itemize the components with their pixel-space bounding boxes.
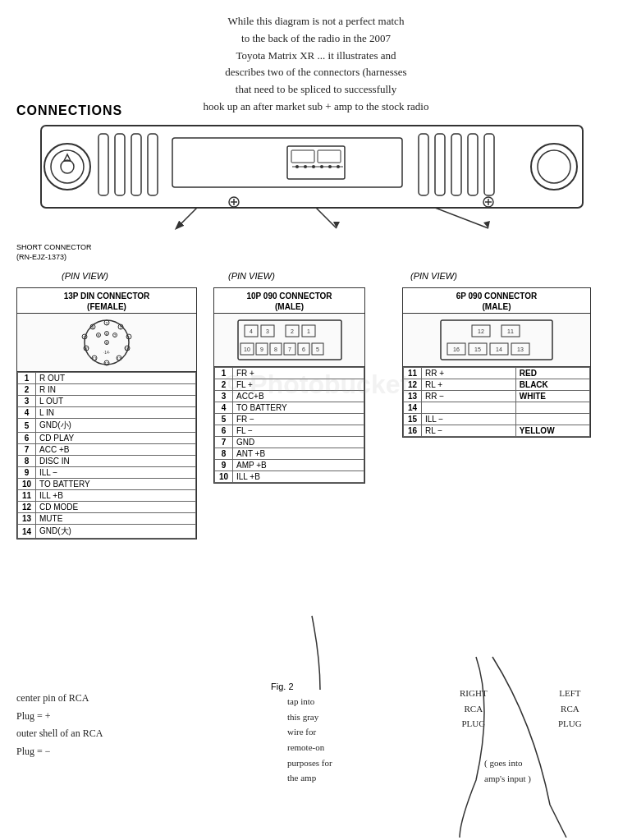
svg-text:7: 7 bbox=[288, 347, 291, 352]
svg-text:12: 12 bbox=[104, 361, 109, 366]
table-row: 8ANT +B bbox=[215, 448, 364, 460]
fig2-label: Fig. 2 bbox=[271, 682, 294, 691]
svg-rect-7 bbox=[131, 134, 141, 195]
amp-input-note: ( goes into amp's input ) bbox=[484, 755, 531, 786]
table-row: 15ILL − bbox=[404, 414, 590, 425]
svg-rect-90 bbox=[441, 320, 552, 360]
svg-rect-8 bbox=[148, 134, 158, 195]
connector-1: 13P DIN CONNECTOR (FEMALE) 3 2 1 1 bbox=[16, 287, 197, 539]
svg-line-36 bbox=[435, 208, 488, 228]
svg-text:3: 3 bbox=[266, 328, 269, 334]
connector-3: 6P 090 CONNECTOR (MALE) 12 11 16 15 bbox=[402, 287, 591, 438]
svg-text:4: 4 bbox=[250, 328, 253, 334]
connector3-pin-table: 11RR +RED12RL +BLACK13RR −WHITE1415ILL −… bbox=[403, 367, 590, 437]
svg-text:13: 13 bbox=[517, 347, 524, 352]
table-row: 10ILL +B bbox=[215, 471, 364, 483]
svg-line-33 bbox=[176, 208, 197, 228]
table-row: 6FL − bbox=[215, 425, 364, 437]
svg-text:14: 14 bbox=[125, 347, 130, 351]
svg-rect-24 bbox=[484, 134, 494, 195]
table-row: 5FR − bbox=[215, 414, 364, 425]
svg-text:1: 1 bbox=[307, 328, 310, 334]
svg-point-14 bbox=[295, 165, 299, 168]
table-row: 13MUTE bbox=[18, 513, 196, 525]
table-row: 12RL +BLACK bbox=[404, 379, 590, 391]
connector3-diagram: 12 11 16 15 14 13 bbox=[403, 314, 590, 367]
svg-text:6: 6 bbox=[106, 333, 108, 337]
connector1-title: 13P DIN CONNECTOR (FEMALE) bbox=[17, 288, 196, 314]
svg-text:15: 15 bbox=[474, 347, 481, 352]
connector1-diagram: 3 2 1 14 13 12 11 10 9 bbox=[17, 314, 196, 372]
short-connector-label: SHORT CONNECTOR (RN-EJZ-1373) bbox=[16, 243, 92, 262]
svg-text:6: 6 bbox=[302, 347, 305, 352]
table-row: 7ACC +B bbox=[18, 444, 196, 456]
svg-text:10: 10 bbox=[244, 347, 250, 352]
svg-marker-35 bbox=[333, 222, 340, 228]
svg-rect-5 bbox=[98, 134, 108, 195]
bottom-middle-note: tap into this gray wire for remote-on pu… bbox=[287, 694, 332, 786]
svg-text:10: 10 bbox=[84, 347, 89, 351]
pin-view-label-3: (PIN VIEW) bbox=[410, 271, 457, 281]
svg-rect-22 bbox=[451, 134, 461, 195]
table-row: 4L IN bbox=[18, 407, 196, 419]
short-connector-line2: (RN-EJZ-1373) bbox=[16, 253, 92, 263]
note-line3: Toyota Matrix XR ... it illustrates and bbox=[37, 48, 595, 65]
table-row: 1FR + bbox=[215, 368, 364, 379]
table-row: 6CD PLAY bbox=[18, 433, 196, 444]
note-line4: describes two of the connectors (harness… bbox=[37, 64, 595, 81]
table-row: 14GND(大) bbox=[18, 525, 196, 539]
svg-rect-11 bbox=[291, 150, 314, 163]
svg-point-19 bbox=[337, 165, 340, 168]
svg-point-3 bbox=[61, 160, 74, 173]
svg-point-16 bbox=[312, 165, 315, 168]
svg-text:8: 8 bbox=[274, 347, 277, 352]
page: { "header_note": { "line1": "While this … bbox=[0, 0, 632, 840]
svg-text:12: 12 bbox=[478, 328, 484, 334]
bottom-left-note: center pin of RCA Plug = + outer shell o… bbox=[16, 690, 103, 760]
table-row: 9AMP +B bbox=[215, 460, 364, 471]
table-row: 13RR −WHITE bbox=[404, 391, 590, 402]
svg-text:1: 1 bbox=[128, 335, 131, 340]
pin-view-label-1: (PIN VIEW) bbox=[62, 271, 108, 281]
svg-text:11: 11 bbox=[507, 328, 514, 334]
connector2-title: 10P 090 CONNECTOR (MALE) bbox=[214, 288, 364, 314]
svg-text:13: 13 bbox=[117, 356, 121, 361]
svg-point-18 bbox=[328, 165, 332, 168]
svg-text:14: 14 bbox=[496, 347, 502, 352]
svg-text:7: 7 bbox=[114, 334, 117, 338]
connector-2: 10P 090 CONNECTOR (MALE) 4 3 2 1 bbox=[213, 287, 365, 484]
connector2-pin-table: 1FR +2FL +3ACC+B4TO BATTERY5FR −6FL −7GN… bbox=[214, 367, 364, 483]
note-line5: that need to be spliced to successfully bbox=[37, 81, 595, 99]
svg-point-26 bbox=[538, 150, 570, 183]
svg-rect-20 bbox=[419, 134, 428, 195]
svg-text:9: 9 bbox=[260, 347, 263, 352]
left-rca-note: LEFT RCA PLUG bbox=[558, 686, 582, 732]
note-line1: While this diagram is not a perfect matc… bbox=[37, 13, 595, 30]
short-connector-line1: SHORT CONNECTOR bbox=[16, 243, 92, 253]
table-row: 7GND bbox=[215, 437, 364, 448]
svg-text:2: 2 bbox=[120, 325, 122, 330]
note-line2: to the back of the radio in the 2007 bbox=[37, 30, 595, 48]
table-row: 11ILL +B bbox=[18, 490, 196, 502]
table-row: 3L OUT bbox=[18, 396, 196, 407]
right-rca-note: RIGHT RCA PLUG bbox=[460, 686, 488, 732]
table-row: 1R OUT bbox=[18, 373, 196, 384]
connector1-pin-table: 1R OUT2R IN3L OUT4L IN5GND(小)6CD PLAY7AC… bbox=[17, 372, 196, 539]
table-row: 4TO BATTERY bbox=[215, 402, 364, 414]
svg-text:·14·: ·14· bbox=[103, 350, 110, 355]
table-row: 3ACC+B bbox=[215, 391, 364, 402]
svg-rect-12 bbox=[318, 150, 341, 163]
table-row: 16RL −YELLOW bbox=[404, 425, 590, 437]
svg-text:3: 3 bbox=[106, 321, 108, 326]
svg-text:11: 11 bbox=[92, 356, 97, 361]
svg-text:9: 9 bbox=[84, 335, 86, 340]
table-row: 5GND(小) bbox=[18, 419, 196, 433]
svg-text:16: 16 bbox=[453, 347, 460, 352]
table-row: 14 bbox=[404, 402, 590, 414]
svg-text:5: 5 bbox=[98, 334, 100, 338]
svg-text:5: 5 bbox=[316, 347, 319, 352]
svg-text:4: 4 bbox=[92, 325, 94, 330]
pin-view-label-2: (PIN VIEW) bbox=[228, 271, 275, 281]
svg-text:8: 8 bbox=[106, 342, 108, 346]
table-row: 8DISC IN bbox=[18, 456, 196, 467]
